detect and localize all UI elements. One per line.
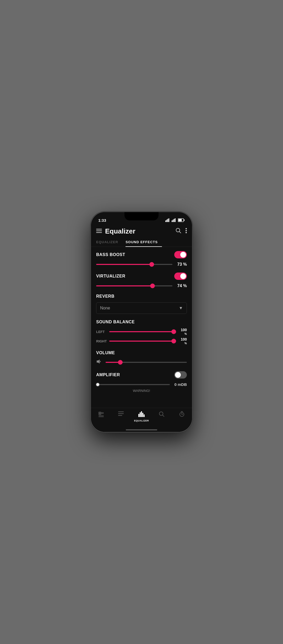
notch xyxy=(124,212,159,220)
more-icon[interactable] xyxy=(186,228,187,235)
home-indicator-bar xyxy=(91,428,192,432)
svg-rect-9 xyxy=(184,219,184,221)
app-header: Equalizer xyxy=(91,225,192,237)
status-time: 1:33 xyxy=(98,218,106,223)
svg-rect-30 xyxy=(140,412,141,417)
library-icon xyxy=(98,411,104,419)
tabs-bar: EQUALIZER SOUND EFFECTS xyxy=(91,237,192,247)
nav-timer[interactable] xyxy=(172,410,192,423)
svg-rect-0 xyxy=(165,220,166,222)
svg-rect-4 xyxy=(172,220,172,222)
virtualizer-thumb xyxy=(150,284,155,288)
bottom-nav: EQUALIZER xyxy=(91,408,192,428)
volume-row xyxy=(96,359,187,365)
volume-track xyxy=(106,362,187,363)
status-right xyxy=(165,218,185,222)
amplifier-title: AMPLIFIER xyxy=(96,373,120,377)
tab-sound-effects[interactable]: SOUND EFFECTS xyxy=(126,237,162,247)
amplifier-toggle[interactable] xyxy=(174,371,187,379)
svg-rect-12 xyxy=(96,231,102,231)
svg-rect-10 xyxy=(178,219,182,221)
svg-rect-11 xyxy=(96,229,102,230)
playlist-icon xyxy=(118,411,124,418)
tab-equalizer[interactable]: EQUALIZER xyxy=(96,237,122,247)
svg-rect-31 xyxy=(141,411,142,417)
volume-icon xyxy=(96,359,102,365)
header-actions xyxy=(176,228,187,235)
bass-boost-thumb xyxy=(149,262,154,267)
balance-right-value: 100 % xyxy=(176,337,187,345)
hamburger-icon[interactable] xyxy=(96,228,102,234)
nav-search[interactable] xyxy=(152,410,172,423)
volume-slider[interactable] xyxy=(106,362,187,363)
bass-boost-slider-row: 73 % xyxy=(96,262,187,267)
bass-boost-track xyxy=(96,264,172,265)
search-nav-icon xyxy=(159,411,165,419)
bass-boost-title: BASS BOOST xyxy=(96,252,125,257)
bass-boost-fill xyxy=(96,264,152,265)
svg-rect-21 xyxy=(99,413,100,414)
svg-line-35 xyxy=(163,415,164,417)
amplifier-thumb xyxy=(96,383,100,386)
amplifier-section: AMPLIFIER 0 mDB WARNING! xyxy=(96,371,187,395)
amplifier-slider-row: 0 mDB xyxy=(96,382,187,387)
balance-right-slider[interactable] xyxy=(109,341,174,342)
balance-right-thumb xyxy=(171,339,176,343)
warning-text: WARNING! xyxy=(96,387,187,395)
bass-boost-toggle-thumb xyxy=(180,252,186,258)
virtualizer-toggle-thumb xyxy=(180,273,186,279)
balance-left-slider[interactable] xyxy=(109,331,174,332)
nav-equalizer-label: EQUALIZER xyxy=(134,419,149,422)
svg-rect-1 xyxy=(166,220,167,222)
nav-library[interactable] xyxy=(91,410,111,423)
battery-icon xyxy=(178,218,185,222)
amplifier-value: 0 mDB xyxy=(172,382,187,387)
nav-playlist[interactable] xyxy=(111,410,131,423)
balance-left-thumb xyxy=(171,329,176,334)
virtualizer-value: 74 % xyxy=(175,284,187,288)
search-icon[interactable] xyxy=(176,228,181,235)
signal-icon-2 xyxy=(172,218,176,222)
volume-section: VOLUME xyxy=(96,351,187,365)
timer-icon xyxy=(179,411,185,419)
sound-balance-title: SOUND BALANCE xyxy=(96,320,135,324)
bass-boost-toggle[interactable] xyxy=(174,251,187,258)
chevron-down-icon: ▼ xyxy=(179,306,183,310)
sound-balance-section: SOUND BALANCE LEFT 100 % xyxy=(96,320,187,345)
phone-frame: 1:33 xyxy=(90,212,193,432)
virtualizer-fill xyxy=(96,285,153,286)
balance-left-value: 100 % xyxy=(176,328,187,335)
sound-balance-header: SOUND BALANCE xyxy=(96,320,187,324)
svg-point-16 xyxy=(186,228,187,229)
svg-rect-3 xyxy=(168,218,169,222)
svg-rect-29 xyxy=(138,414,139,417)
svg-rect-13 xyxy=(96,232,102,233)
reverb-dropdown[interactable]: None ▼ xyxy=(96,302,187,314)
svg-point-17 xyxy=(186,230,187,231)
balance-right-row: RIGHT 100 % xyxy=(96,337,187,345)
amplifier-slider[interactable] xyxy=(96,384,170,385)
reverb-selected: None xyxy=(100,306,110,310)
reverb-title: REVERB xyxy=(96,294,115,299)
bass-boost-section: BASS BOOST 73 % xyxy=(96,251,187,267)
volume-header: VOLUME xyxy=(96,351,187,355)
virtualizer-track xyxy=(96,285,172,286)
phone-screen: 1:33 xyxy=(91,212,192,432)
reverb-section: REVERB None ▼ xyxy=(96,294,187,314)
bass-boost-slider[interactable] xyxy=(96,264,172,265)
balance-right-track xyxy=(109,341,174,342)
app-content: Equalizer xyxy=(91,225,192,432)
nav-equalizer[interactable]: EQUALIZER xyxy=(131,410,151,423)
balance-left-fill xyxy=(109,331,174,332)
bass-boost-header: BASS BOOST xyxy=(96,251,187,258)
svg-point-18 xyxy=(186,232,187,233)
virtualizer-header: VIRTUALIZER xyxy=(96,273,187,280)
virtualizer-toggle[interactable] xyxy=(174,273,187,280)
balance-right-fill xyxy=(109,341,174,342)
page-title: Equalizer xyxy=(105,227,176,235)
virtualizer-slider[interactable] xyxy=(96,285,172,286)
svg-rect-32 xyxy=(142,413,143,417)
bass-boost-value: 73 % xyxy=(175,262,187,267)
balance-left-label: LEFT xyxy=(96,330,107,334)
balance-left-track xyxy=(109,331,174,332)
